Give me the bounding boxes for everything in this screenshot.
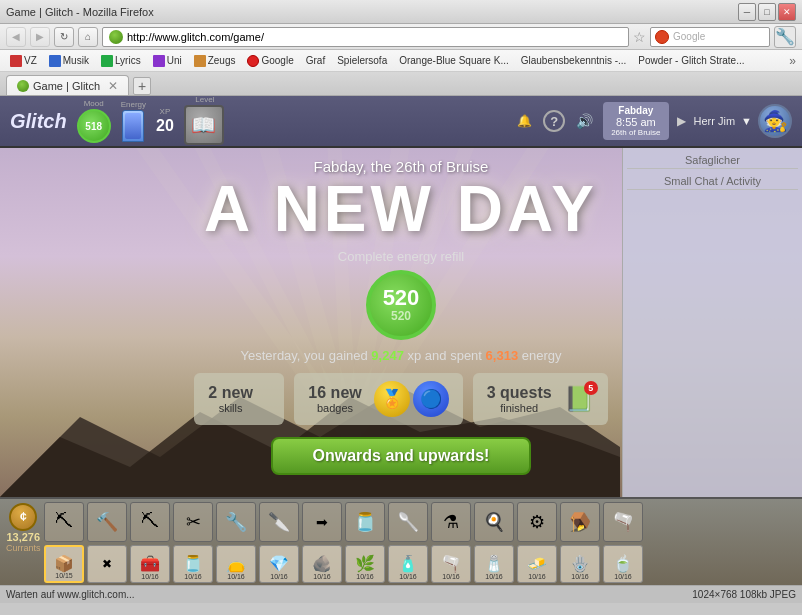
xp-gained-value: 9,247 (371, 348, 407, 363)
item-count-11: 10/16 (519, 573, 555, 581)
item-slot-8[interactable]: 🧴 10/16 (388, 545, 428, 583)
energy-stat: Energy (121, 100, 146, 142)
forward-button[interactable]: ▶ (30, 27, 50, 47)
tab-favicon (17, 80, 29, 92)
tool-slot-14[interactable]: 🫗 (603, 502, 643, 542)
xp-gained-prefix: Yesterday, you gained (241, 348, 368, 363)
maximize-button[interactable]: □ (758, 3, 776, 21)
tool-slot-3[interactable]: ⛏ (130, 502, 170, 542)
status-bar: Warten auf www.glitch.com... 1024×768 10… (0, 585, 802, 603)
window-controls: ─ □ ✕ (738, 3, 796, 21)
tool-slot-10[interactable]: ⚗ (431, 502, 471, 542)
bookmark-icon (194, 55, 206, 67)
item-slot-5[interactable]: 💎 10/16 (259, 545, 299, 583)
user-avatar: 🧙 (758, 104, 792, 138)
tool-slot-11[interactable]: 🍳 (474, 502, 514, 542)
energy-refill-label: Complete energy refill (338, 249, 464, 264)
tool-slot-4[interactable]: ✂ (173, 502, 213, 542)
tool-slot-1[interactable]: ⛏ (44, 502, 84, 542)
tool-slot-2[interactable]: 🔨 (87, 502, 127, 542)
new-tab-button[interactable]: + (133, 77, 151, 95)
status-info: 1024×768 108kb JPEG (692, 589, 796, 600)
item-count-2: 10/16 (132, 573, 168, 581)
energy-unit: energy (522, 348, 562, 363)
refresh-button[interactable]: ↻ (54, 27, 74, 47)
search-placeholder: Google (673, 31, 705, 42)
notification-icon[interactable]: 🔔 (513, 110, 535, 132)
bookmark-powder[interactable]: Powder - Glitch Strate... (634, 54, 748, 67)
item-count-1: 10/15 (47, 572, 81, 580)
bookmark-lyrics[interactable]: Lyrics (97, 54, 145, 68)
currants-display: ¢ 13,276 Currants (6, 503, 41, 553)
back-button[interactable]: ◀ (6, 27, 26, 47)
tab-close-icon[interactable]: ✕ (108, 79, 118, 93)
tool-slot-7[interactable]: ➡ (302, 502, 342, 542)
bottom-toolbar: ¢ 13,276 Currants ⛏ 🔨 ⛏ ✂ 🔧 🔪 ➡ 🫙 🥄 ⚗ 🍳 … (0, 497, 802, 585)
title-bar: Game | Glitch - Mozilla Firefox ─ □ ✕ (0, 0, 802, 24)
browser-title: Game | Glitch - Mozilla Firefox (6, 6, 154, 18)
bookmark-uni[interactable]: Uni (149, 54, 186, 68)
tool-slot-9[interactable]: 🥄 (388, 502, 428, 542)
item-count-5: 10/16 (261, 573, 297, 581)
item-slot-10[interactable]: 🧂 10/16 (474, 545, 514, 583)
energy-circle: 520 520 (366, 270, 436, 340)
tool-slot-5[interactable]: 🔧 (216, 502, 256, 542)
level-badge: 📖 (184, 105, 226, 147)
star-icon[interactable]: ☆ (633, 29, 646, 45)
address-bar[interactable]: http://www.glitch.com/game/ (102, 27, 629, 47)
bookmark-icon (153, 55, 165, 67)
right-panel-title2: Small Chat / Activity (627, 173, 798, 190)
item-slot-2[interactable]: 🧰 10/16 (130, 545, 170, 583)
search-bar[interactable]: Google (650, 27, 770, 47)
item-slot-6[interactable]: 🪨 10/16 (302, 545, 342, 583)
item-count-4: 10/16 (218, 573, 254, 581)
bookmark-musik[interactable]: Musik (45, 54, 93, 68)
item-slot-13[interactable]: 🍵 10/16 (603, 545, 643, 583)
badges-card: 16 new badges 🏅 🔵 (294, 373, 462, 425)
user-chevron-icon[interactable]: ▶ (677, 114, 686, 128)
item-slot-4[interactable]: 👝 10/16 (216, 545, 256, 583)
day-name: Fabday (611, 105, 660, 116)
item-slot-9[interactable]: 🫗 10/16 (431, 545, 471, 583)
bookmark-graf[interactable]: Graf (302, 54, 329, 67)
tool-slot-12[interactable]: ⚙ (517, 502, 557, 542)
address-text: http://www.glitch.com/game/ (127, 31, 264, 43)
item-count-13: 10/16 (605, 573, 641, 581)
active-tab[interactable]: Game | Glitch ✕ (6, 75, 129, 95)
currants-symbol: ¢ (20, 510, 27, 524)
item-slot-7[interactable]: 🌿 10/16 (345, 545, 385, 583)
bookmark-spielersofa[interactable]: Spielersofa (333, 54, 391, 67)
bookmark-zeugs[interactable]: Zeugs (190, 54, 240, 68)
mood-circle: 518 (77, 109, 111, 143)
home-button[interactable]: ⌂ (78, 27, 98, 47)
tool-slot-6[interactable]: 🔪 (259, 502, 299, 542)
bookmark-google[interactable]: Google (243, 54, 297, 68)
user-menu[interactable]: Herr Jim ▼ 🧙 (694, 104, 792, 138)
new-day-title: A NEW DAY (204, 177, 598, 241)
sound-icon[interactable]: 🔊 (573, 110, 595, 132)
item-slot-1[interactable]: 📦 10/15 (44, 545, 84, 583)
energy-label: Energy (121, 100, 146, 109)
item-slot-11[interactable]: 🧈 10/16 (517, 545, 557, 583)
tool-slot-8[interactable]: 🫙 (345, 502, 385, 542)
currants-label: Currants (6, 543, 41, 553)
bookmark-vz[interactable]: VZ (6, 54, 41, 68)
spent-label: and spent (425, 348, 486, 363)
extensions-button[interactable]: 🔧 (774, 26, 796, 48)
onwards-button[interactable]: Onwards and upwards! (271, 437, 532, 475)
minimize-button[interactable]: ─ (738, 3, 756, 21)
right-panel-title1: Safaglicher (627, 152, 798, 169)
google-icon (655, 30, 669, 44)
item-slot-12[interactable]: 🪬 10/16 (560, 545, 600, 583)
bookmarks-more[interactable]: » (789, 54, 796, 68)
header-right: 🔔 ? 🔊 Fabday 8:55 am 26th of Bruise ▶ He… (513, 102, 792, 140)
item-count-3: 10/16 (175, 573, 211, 581)
xp-summary-row: Yesterday, you gained 9,247 xp and spent… (241, 348, 562, 363)
bookmark-orange[interactable]: Orange-Blue Square K... (395, 54, 513, 67)
tool-slot-13[interactable]: 🪤 (560, 502, 600, 542)
bookmark-glaub[interactable]: Glaubensbekenntnis -... (517, 54, 631, 67)
item-slot-3[interactable]: 🫙 10/16 (173, 545, 213, 583)
help-icon[interactable]: ? (543, 110, 565, 132)
close-button[interactable]: ✕ (778, 3, 796, 21)
item-slot-close[interactable]: ✖ (87, 545, 127, 583)
